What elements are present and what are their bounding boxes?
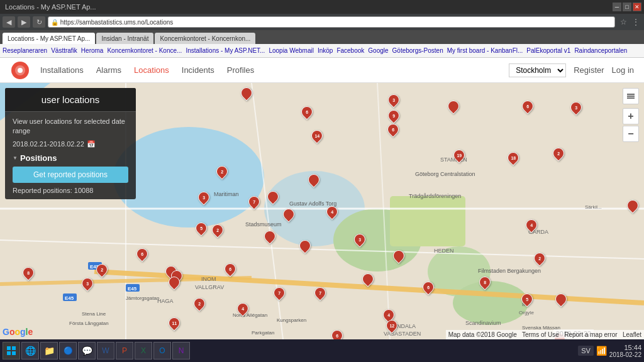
- clock: 15:44 2018-02-22: [609, 344, 641, 358]
- window-chrome: Locations - My ASP.NET Ap... ─ □ ✕: [0, 0, 644, 14]
- taskbar-excel[interactable]: X: [135, 342, 152, 359]
- bookmark-google[interactable]: Google: [368, 47, 388, 54]
- zoom-out-button[interactable]: −: [623, 126, 639, 142]
- layers-button[interactable]: [623, 88, 639, 104]
- nav-profiles[interactable]: Profiles: [227, 63, 254, 77]
- taskbar-word[interactable]: W: [97, 342, 114, 359]
- bookmark-heroma[interactable]: Heroma: [81, 47, 104, 54]
- left-panel: user locations View user locations for s…: [5, 88, 136, 199]
- map-attribution: Map data ©2018 Google Terms of Use Repor…: [446, 330, 644, 339]
- app-navbar: Installations Alarms Locations Incidents…: [0, 58, 644, 83]
- svg-text:Särkil...: Särkil...: [585, 204, 602, 210]
- panel-date: 2018.02.21-2018.02.22 📅: [13, 140, 128, 148]
- svg-text:GÄRDA: GÄRDA: [528, 229, 548, 235]
- svg-text:E45: E45: [65, 295, 74, 301]
- taskbar-ie[interactable]: 🌐: [21, 342, 39, 359]
- nav-alarms[interactable]: Alarms: [96, 63, 121, 77]
- svg-text:Filmstaden Bergakungen: Filmstaden Bergakungen: [478, 268, 541, 274]
- panel-body: View user locations for selected date ra…: [5, 112, 136, 199]
- browser-refresh-button[interactable]: ↻: [33, 16, 45, 28]
- nav-incidents[interactable]: Incidents: [182, 63, 214, 77]
- google-logo: Google: [3, 327, 33, 337]
- svg-rect-62: [7, 351, 11, 355]
- positions-section-title: Positions: [13, 153, 128, 163]
- get-positions-button[interactable]: Get reported positions: [13, 167, 128, 183]
- bookmark-facebook[interactable]: Facebook: [336, 47, 364, 54]
- taskbar-onenote[interactable]: N: [172, 342, 190, 359]
- taskbar-chrome[interactable]: 🔵: [59, 342, 77, 359]
- panel-description: View user locations for selected date ra…: [13, 117, 128, 136]
- svg-text:Norra Allégatan: Norra Allégatan: [233, 312, 267, 318]
- browser-tabs: Locations - My ASP.NET Ap... Insidan - I…: [0, 30, 644, 44]
- svg-rect-61: [12, 346, 16, 350]
- nav-right: Stockholm Göteborg Register Log in: [509, 63, 634, 77]
- taskbar-outlook[interactable]: O: [153, 342, 171, 359]
- svg-text:LANDALA: LANDALA: [390, 323, 416, 329]
- bookmark-installations[interactable]: Installations - My ASP.NET...: [186, 47, 265, 54]
- nav-links: Installations Alarms Locations Incidents…: [40, 63, 509, 77]
- bookmark-gp[interactable]: Göteborgs-Posten: [392, 47, 443, 54]
- nav-locations[interactable]: Locations: [134, 63, 169, 77]
- nav-installations[interactable]: Installations: [40, 63, 84, 77]
- date-display: 2018-02-22: [609, 351, 641, 358]
- taskbar-folder[interactable]: 📁: [40, 342, 58, 359]
- register-link[interactable]: Register: [574, 65, 604, 75]
- tab-locations[interactable]: Locations - My ASP.NET Ap...: [3, 33, 95, 44]
- window-title-bar: Locations - My ASP.NET Ap...: [3, 3, 96, 11]
- layers-icon: [626, 91, 636, 101]
- svg-text:HAGA: HAGA: [157, 298, 174, 304]
- window-minimize-button[interactable]: ─: [613, 3, 621, 11]
- svg-text:Stadsmuseum: Stadsmuseum: [245, 221, 282, 228]
- tab-koncern[interactable]: Koncernkontoret - Koncernkon...: [155, 33, 255, 44]
- window-maximize-button[interactable]: □: [623, 3, 631, 11]
- svg-text:VASASTADEN: VASASTADEN: [384, 331, 421, 337]
- taskbar-skype[interactable]: 💬: [78, 342, 96, 359]
- svg-point-5: [113, 127, 264, 228]
- zoom-in-button[interactable]: +: [623, 108, 639, 124]
- app-logo: [10, 60, 30, 80]
- taskbar-powerpoint[interactable]: P: [116, 342, 133, 359]
- svg-text:Orgyte: Orgyte: [519, 310, 535, 315]
- address-input[interactable]: 🔒 https://sambastatistics.ums.no/Locatio…: [48, 16, 615, 28]
- calendar-icon[interactable]: 📅: [87, 140, 96, 148]
- svg-text:Trädgårdsföreningen: Trädgårdsföreningen: [409, 193, 461, 199]
- svg-rect-59: [627, 97, 635, 99]
- language-indicator: SV: [578, 346, 594, 356]
- window-title: Locations - My ASP.NET Ap...: [5, 3, 96, 11]
- bookmark-loopia[interactable]: Loopia Webmail: [269, 47, 314, 54]
- svg-text:Järntorgsgatan: Järntorgsgatan: [126, 295, 159, 301]
- browser-address-bar: ◀ ▶ ↻ 🔒 https://sambastatistics.ums.no/L…: [0, 14, 644, 30]
- reported-positions-label: Reported positions: 10088: [13, 187, 128, 194]
- bookmark-inkop[interactable]: Inköp: [318, 47, 333, 54]
- bookmark-paleko[interactable]: PalEkoportal v1: [526, 47, 570, 54]
- windows-icon: [6, 346, 16, 356]
- svg-text:Kungsparken: Kungsparken: [277, 317, 306, 323]
- browser-back-button[interactable]: ◀: [3, 16, 15, 28]
- svg-point-9: [453, 281, 528, 325]
- browser-star-button[interactable]: ☆: [618, 16, 629, 28]
- login-link[interactable]: Log in: [612, 65, 634, 75]
- start-button[interactable]: [3, 342, 20, 359]
- city-select[interactable]: Stockholm Göteborg: [509, 63, 566, 77]
- svg-text:E45: E45: [128, 286, 137, 292]
- svg-rect-58: [627, 96, 635, 97]
- bookmark-reseplaneraren[interactable]: Reseplaneraren: [3, 47, 47, 54]
- taskbar-system: SV 📶 15:44 2018-02-22: [578, 344, 641, 358]
- window-close-button[interactable]: ✕: [633, 3, 641, 11]
- bookmark-kanban[interactable]: My first board - KanbanFl...: [447, 47, 523, 54]
- svg-text:HEDEN: HEDEN: [434, 248, 454, 254]
- bookmark-raindance[interactable]: Raindanceportalen: [574, 47, 627, 54]
- tab-insidan[interactable]: Insidan - Intranät: [96, 33, 153, 44]
- bookmark-vasttrafik[interactable]: Västtrafik: [51, 47, 77, 54]
- svg-rect-63: [12, 351, 16, 355]
- map-controls: + −: [623, 88, 639, 142]
- browser-forward-button[interactable]: ▶: [18, 16, 30, 28]
- svg-text:Scandinavium: Scandinavium: [465, 320, 501, 326]
- svg-text:E45: E45: [90, 264, 99, 270]
- svg-text:Gustav Adolfs Torg: Gustav Adolfs Torg: [289, 200, 336, 207]
- network-icon: 📶: [596, 346, 607, 356]
- svg-point-2: [18, 68, 23, 73]
- browser-menu-button[interactable]: ⋮: [630, 16, 641, 28]
- svg-text:Göteborg Centralstation: Göteborg Centralstation: [415, 171, 475, 177]
- bookmark-koncern[interactable]: Koncernkontoret - Konce...: [107, 47, 182, 54]
